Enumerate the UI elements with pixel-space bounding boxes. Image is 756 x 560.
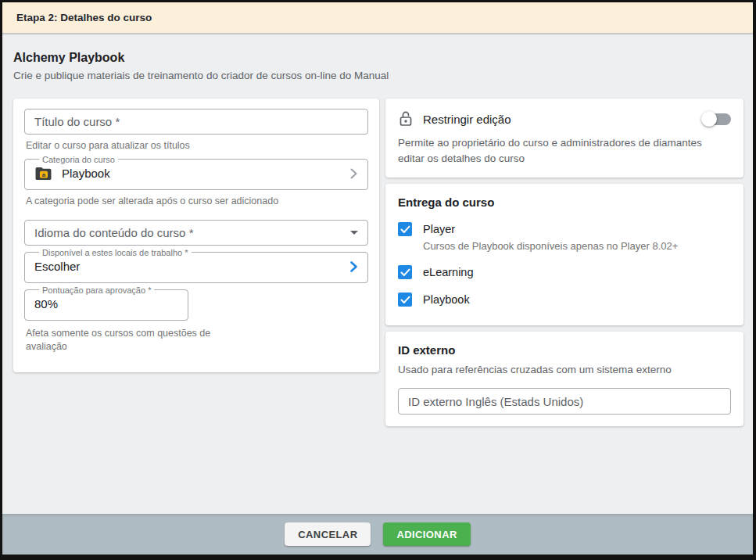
restrict-editing-card: Restringir edição Permite ao proprietári… bbox=[385, 99, 743, 178]
step-header-title: Etapa 2: Detalhes do curso bbox=[16, 12, 152, 23]
passing-score-helper: Afeta somente os cursos com questões de … bbox=[26, 327, 225, 354]
delivery-option-playbook: Playbook bbox=[398, 293, 731, 307]
right-column: Restringir edição Permite ao proprietári… bbox=[385, 99, 743, 433]
passing-score-field-value: 80% bbox=[34, 297, 58, 311]
player-checkbox[interactable] bbox=[398, 222, 412, 236]
caret-down-icon bbox=[350, 231, 358, 235]
cancel-button[interactable]: CANCELAR bbox=[285, 522, 371, 546]
page-subtitle: Crie e publique materiais de treinamento… bbox=[13, 70, 743, 81]
folder-a-icon: a bbox=[34, 166, 52, 181]
category-field[interactable]: Categoria do curso a Playbook bbox=[24, 155, 368, 190]
restrict-editing-title: Restringir edição bbox=[423, 113, 511, 126]
workplaces-field-value: Escolher bbox=[34, 260, 80, 273]
playbook-checkbox-label: Playbook bbox=[423, 293, 470, 306]
player-checkbox-helper: Cursos de Playbook disponíveis apenas no… bbox=[423, 240, 731, 252]
category-field-value: Playbook bbox=[62, 167, 110, 180]
course-details-window: Etapa 2: Detalhes do curso Alchemy Playb… bbox=[0, 0, 756, 560]
chevron-right-blue-icon bbox=[349, 260, 358, 273]
category-field-label: Categoria do curso bbox=[39, 155, 118, 164]
language-select[interactable]: Idioma do conteúdo do curso * bbox=[24, 220, 368, 246]
course-title-input[interactable] bbox=[24, 109, 368, 135]
restrict-editing-description: Permite ao proprietário do curso e admin… bbox=[398, 135, 731, 166]
category-helper: A categoria pode ser alterada após o cur… bbox=[26, 195, 368, 208]
step-header: Etapa 2: Detalhes do curso bbox=[2, 2, 753, 34]
workplaces-field[interactable]: Disponível a estes locais de trabalho * … bbox=[24, 248, 368, 283]
external-id-card: ID externo Usado para referências cruzad… bbox=[385, 332, 743, 426]
delivery-option-elearning: eLearning bbox=[398, 265, 731, 279]
elearning-checkbox[interactable] bbox=[398, 265, 412, 279]
workplaces-field-label: Disponível a estes locais de trabalho * bbox=[39, 248, 192, 257]
add-button[interactable]: ADICIONAR bbox=[383, 522, 470, 546]
course-title-helper: Editar o curso para atualizar os títulos bbox=[26, 139, 368, 153]
main-content: Alchemy Playbook Crie e publique materia… bbox=[2, 34, 753, 514]
delivery-option-player: Player bbox=[398, 222, 731, 236]
passing-score-field-label: Pontuação para aprovação * bbox=[39, 285, 154, 295]
passing-score-field[interactable]: Pontuação para aprovação * 80% bbox=[24, 285, 188, 321]
player-checkbox-label: Player bbox=[423, 223, 455, 235]
action-bar: CANCELAR ADICIONAR bbox=[2, 514, 753, 555]
form-columns: Editar o curso para atualizar os títulos… bbox=[13, 99, 743, 433]
course-delivery-title: Entrega do curso bbox=[398, 196, 731, 209]
restrict-editing-toggle[interactable] bbox=[701, 111, 731, 127]
language-select-placeholder: Idioma do conteúdo do curso * bbox=[34, 226, 193, 239]
course-delivery-card: Entrega do curso Player Cursos de Playbo… bbox=[385, 184, 743, 325]
chevron-right-icon bbox=[349, 167, 358, 180]
elearning-checkbox-label: eLearning bbox=[423, 266, 474, 278]
lock-open-icon bbox=[398, 110, 414, 127]
course-form-card: Editar o curso para atualizar os títulos… bbox=[13, 99, 379, 372]
external-id-input[interactable] bbox=[398, 388, 731, 415]
external-id-title: ID externo bbox=[398, 343, 731, 357]
svg-text:a: a bbox=[42, 171, 46, 178]
playbook-checkbox[interactable] bbox=[398, 293, 412, 307]
page-title: Alchemy Playbook bbox=[13, 51, 743, 65]
external-id-description: Usado para referências cruzadas com um s… bbox=[398, 364, 731, 375]
